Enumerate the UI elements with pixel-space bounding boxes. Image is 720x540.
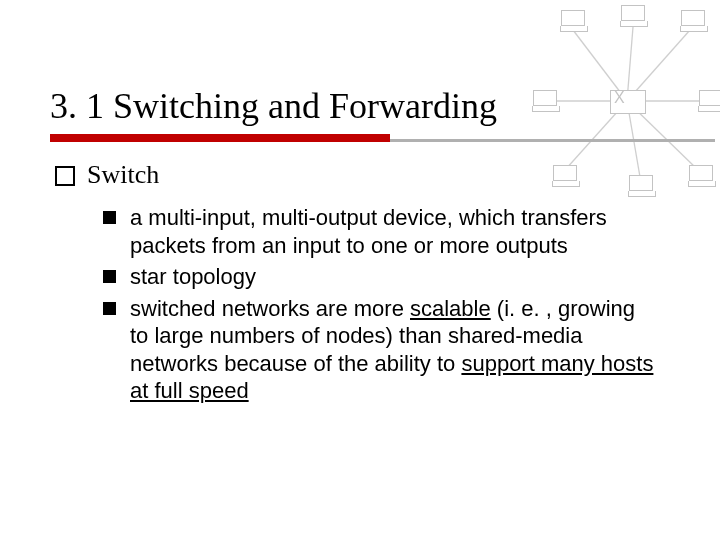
bullet-level2-text: switched networks are more scalable (i. … [130, 295, 655, 405]
computer-icon [688, 165, 714, 187]
bullet-level2: star topology [103, 263, 655, 291]
title-underline [50, 134, 715, 142]
solid-square-bullet-icon [103, 211, 116, 224]
computer-icon [680, 10, 706, 32]
computer-icon [532, 90, 558, 112]
bullet-level2-list: a multi-input, multi-output device, whic… [103, 204, 655, 405]
title-underline-red [50, 134, 390, 142]
computer-icon [698, 90, 720, 112]
bullet-level2-text: star topology [130, 263, 655, 291]
bullet-level2-text: a multi-input, multi-output device, whic… [130, 204, 655, 259]
slide-title: 3. 1 Switching and Forwarding [50, 85, 497, 127]
title-underline-gray [390, 139, 715, 142]
bullet-level1: Switch a multi-input, multi-output devic… [55, 160, 655, 405]
slide-body: Switch a multi-input, multi-output devic… [55, 160, 655, 415]
bullet-level1-text: Switch [87, 160, 159, 190]
switch-hub-label: X [614, 89, 623, 107]
hollow-square-bullet-icon [55, 166, 75, 186]
bullet-level2: a multi-input, multi-output device, whic… [103, 204, 655, 259]
solid-square-bullet-icon [103, 270, 116, 283]
computer-icon [620, 5, 646, 27]
bullet-level2: switched networks are more scalable (i. … [103, 295, 655, 405]
solid-square-bullet-icon [103, 302, 116, 315]
slide: X 3. 1 Switching and Forwarding Switch a… [0, 0, 720, 540]
computer-icon [560, 10, 586, 32]
